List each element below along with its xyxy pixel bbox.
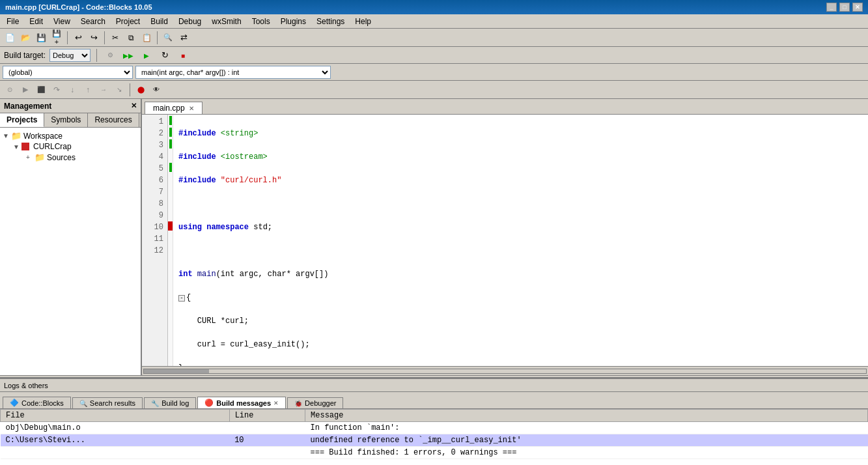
cut-button[interactable] xyxy=(108,31,122,45)
rebuild-button[interactable] xyxy=(158,48,172,63)
menu-debug[interactable]: Debug xyxy=(173,16,206,27)
expand-project-icon: ▼ xyxy=(13,143,20,150)
menu-plugins[interactable]: Plugins xyxy=(275,16,311,27)
horizontal-scrollbar[interactable] xyxy=(142,366,868,375)
keyword: #include xyxy=(178,176,216,185)
menu-help[interactable]: Help xyxy=(350,16,376,27)
tab-debugger[interactable]: Debugger xyxy=(287,397,343,408)
run-button[interactable] xyxy=(121,48,135,63)
bottom-content: File Line Message obj\Debug\main.o In fu… xyxy=(0,409,868,465)
table-row: obj\Debug\main.o In function `main': xyxy=(1,422,868,434)
find-button[interactable] xyxy=(161,31,175,45)
maximize-button[interactable]: □ xyxy=(839,3,850,12)
tree-project[interactable]: ▼ CURLCrap xyxy=(3,141,138,152)
menu-project[interactable]: Project xyxy=(111,16,145,27)
marker-8 xyxy=(168,197,173,208)
include-iostream: <iostream> xyxy=(221,152,268,162)
management-close-button[interactable]: ✕ xyxy=(131,102,137,110)
ln-10: 10 xyxy=(146,221,163,233)
debug-step-out-button[interactable]: ↑ xyxy=(81,83,95,97)
tab-build-log[interactable]: Build log xyxy=(144,397,196,408)
debug-start-button[interactable]: ⊙ xyxy=(3,83,17,97)
green-marker xyxy=(169,139,172,148)
new-button[interactable] xyxy=(3,31,17,45)
close-tab-icon[interactable] xyxy=(189,105,194,112)
scope-combo[interactable]: (global) xyxy=(3,66,133,79)
tab-debugger-label: Debugger xyxy=(305,399,336,407)
tree-workspace[interactable]: ▼ 📁 Workspace xyxy=(3,130,138,141)
tab-search-results[interactable]: Search results xyxy=(72,397,143,408)
code-editor[interactable]: #include <string> #include <iostream> #i… xyxy=(173,115,868,366)
tab-resources[interactable]: Resources xyxy=(88,113,139,127)
ln-6: 6 xyxy=(146,175,163,186)
tab-build-messages[interactable]: 🔴 Build messages ✕ xyxy=(197,397,286,408)
compile-button[interactable]: ⚙ xyxy=(103,48,117,63)
watches-button[interactable]: 👁 xyxy=(149,83,163,97)
build-log-icon xyxy=(151,399,159,407)
marker-10 xyxy=(168,220,173,232)
green-marker xyxy=(169,163,172,172)
editor-tab-main-cpp[interactable]: main.cpp xyxy=(145,102,203,114)
debugtoolbar-sep xyxy=(130,83,130,96)
titlebar: main.cpp [CURLCrap] - Code::Blocks 10.05… xyxy=(0,0,868,14)
build-messages-table: File Line Message obj\Debug\main.o In fu… xyxy=(0,409,868,459)
ln-7: 7 xyxy=(146,186,163,198)
menu-view[interactable]: View xyxy=(48,16,76,27)
debug-step-inst-button[interactable]: ↘ xyxy=(112,83,126,97)
code-line-7: int main(int argc, char* argv[]) xyxy=(178,268,863,280)
copy-button[interactable] xyxy=(124,31,138,45)
tree-sources[interactable]: + 📁 Sources xyxy=(3,152,138,163)
red-marker xyxy=(168,221,173,231)
menu-settings[interactable]: Settings xyxy=(311,16,350,27)
open-button[interactable] xyxy=(18,31,33,45)
management-header: Management ✕ xyxy=(0,99,141,113)
run-icon xyxy=(123,51,133,59)
replace-button[interactable] xyxy=(176,31,191,45)
build-target-select[interactable]: Debug Release xyxy=(49,49,91,62)
ln-9: 9 xyxy=(146,210,163,221)
save-all-button[interactable]: 💾+ xyxy=(49,31,64,45)
paste-button[interactable] xyxy=(139,31,154,45)
titlebar-title: main.cpp [CURLCrap] - Code::Blocks 10.05 xyxy=(5,3,152,11)
hscroll-thumb[interactable] xyxy=(144,369,209,373)
debug-stop-button[interactable]: ⬛ xyxy=(34,83,48,97)
code-line-1: #include <string> xyxy=(178,128,863,139)
marker-7 xyxy=(168,185,173,197)
redo-button[interactable] xyxy=(87,31,101,45)
menu-build[interactable]: Build xyxy=(145,16,173,27)
close-button[interactable]: ✕ xyxy=(852,3,863,12)
menu-edit[interactable]: Edit xyxy=(24,16,48,27)
tab-codeblocks-label: Code::Blocks xyxy=(21,399,64,407)
management-panel: Management ✕ Projects Symbols Resources … xyxy=(0,99,142,375)
menu-file[interactable]: File xyxy=(1,16,24,27)
stop-button[interactable] xyxy=(176,48,190,63)
green-marker xyxy=(169,116,172,125)
undo-button[interactable] xyxy=(71,31,85,45)
tab-search-results-label: Search results xyxy=(90,399,135,407)
breakpoint-toggle-button[interactable]: ⬤ xyxy=(133,83,148,97)
bottom-panel-header: Logs & others xyxy=(0,379,868,392)
msg-file-1: obj\Debug\main.o xyxy=(1,422,230,434)
save-button[interactable] xyxy=(34,31,48,45)
menu-wxsmith[interactable]: wxSmith xyxy=(206,16,246,27)
table-row[interactable]: C:\Users\Stevi... 10 undefined reference… xyxy=(1,434,868,447)
tab-projects[interactable]: Projects xyxy=(0,113,44,127)
function-combo[interactable]: main(int argc, char* argv[]) : int xyxy=(135,66,331,79)
close-build-messages-button[interactable]: ✕ xyxy=(273,400,279,406)
msg-message-3: === Build finished: 1 errors, 0 warnings… xyxy=(305,447,868,459)
menu-tools[interactable]: Tools xyxy=(247,16,275,27)
code-area: main.cpp 1 2 3 4 5 6 7 8 9 10 11 12 xyxy=(142,99,868,375)
debug-next-button[interactable]: ↷ xyxy=(49,83,64,97)
menu-search[interactable]: Search xyxy=(76,16,111,27)
debug-step-button[interactable]: ↓ xyxy=(65,83,79,97)
debug-next-inst-button[interactable]: → xyxy=(96,83,111,97)
debug-continue-button[interactable]: ▶ xyxy=(18,83,33,97)
collapse-button[interactable]: - xyxy=(178,295,185,302)
tab-codeblocks[interactable]: Code::Blocks xyxy=(3,397,71,408)
rebuild-icon xyxy=(161,50,169,60)
hscroll-track[interactable] xyxy=(143,369,867,374)
tab-symbols[interactable]: Symbols xyxy=(44,113,88,127)
minimize-button[interactable]: _ xyxy=(826,3,837,12)
msg-message-1: In function `main': xyxy=(305,422,868,434)
build-button[interactable] xyxy=(139,48,154,63)
